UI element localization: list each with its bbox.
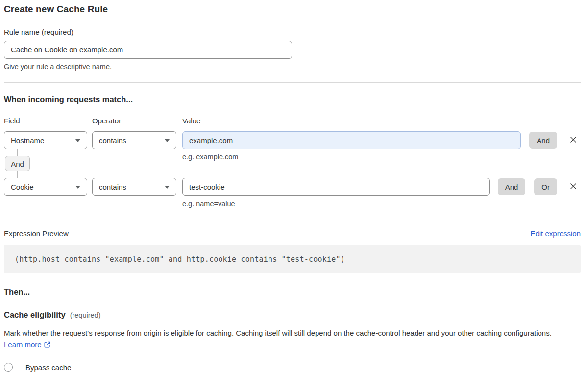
description-text: Mark whether the request’s response from…	[4, 329, 552, 337]
expression-header: Expression Preview Edit expression	[4, 229, 581, 238]
operator-select-1[interactable]: contains	[92, 131, 176, 149]
condition-row-1: Hostname contains And	[4, 131, 581, 149]
required-tag: (required)	[70, 312, 101, 319]
rule-name-input[interactable]	[4, 41, 292, 59]
match-heading: When incoming requests match...	[4, 95, 581, 104]
rule-name-help: Give your rule a descriptive name.	[4, 63, 581, 71]
cache-eligibility-description: Mark whether the request’s response from…	[4, 327, 572, 352]
remove-condition-2-button[interactable]	[569, 183, 578, 192]
and-button-row-2[interactable]: And	[498, 178, 526, 195]
or-button-row-2[interactable]: Or	[534, 178, 557, 195]
value-hint-1: e.g. example.com	[182, 153, 238, 161]
create-cache-rule-page: Create new Cache Rule Rule name (require…	[0, 0, 588, 384]
section-divider	[4, 82, 581, 83]
close-icon	[569, 136, 577, 145]
learn-more-link[interactable]: Learn more	[4, 340, 42, 349]
condition-column-labels: Field Operator Value	[4, 117, 581, 125]
value-hint-2: e.g. name=value	[182, 200, 581, 208]
expression-preview-label: Expression Preview	[4, 229, 69, 238]
rule-name-label: Rule name (required)	[4, 28, 581, 36]
condition-connector-block: e.g. example.com And	[4, 149, 581, 178]
cache-eligibility-heading: Cache eligibility	[4, 311, 66, 320]
external-link-icon	[44, 341, 51, 350]
remove-condition-1-button[interactable]	[569, 136, 578, 145]
value-input-1[interactable]	[182, 131, 521, 149]
operator-column-label: Operator	[92, 117, 182, 125]
field-column-label: Field	[4, 117, 92, 125]
close-icon	[569, 182, 577, 192]
and-button-row-1[interactable]: And	[529, 132, 557, 149]
operator-select-2-value: contains	[99, 183, 126, 191]
connector-and-button[interactable]: And	[5, 156, 30, 171]
expression-code-block: (http.host contains "example.com" and ht…	[4, 245, 581, 273]
cache-eligibility-heading-row: Cache eligibility (required)	[4, 311, 581, 320]
page-title: Create new Cache Rule	[4, 4, 581, 15]
value-input-2[interactable]	[182, 178, 490, 196]
then-heading: Then...	[4, 288, 581, 297]
field-select-1-value: Hostname	[11, 136, 44, 144]
radio-label: Bypass cache	[25, 363, 71, 372]
chevron-down-icon	[165, 139, 170, 142]
expression-code: (http.host contains "example.com" and ht…	[15, 255, 345, 264]
field-select-2-value: Cookie	[11, 183, 34, 191]
field-select-2[interactable]: Cookie	[4, 178, 87, 196]
chevron-down-icon	[75, 186, 80, 189]
condition-row-2: Cookie contains And Or	[4, 178, 581, 196]
chevron-down-icon	[75, 139, 80, 142]
radio-option-bypass-cache[interactable]: Bypass cache	[4, 363, 581, 372]
radio-icon	[4, 363, 13, 372]
operator-select-1-value: contains	[99, 136, 126, 144]
rule-name-section: Rule name (required) Give your rule a de…	[4, 28, 581, 71]
operator-select-2[interactable]: contains	[92, 178, 176, 196]
edit-expression-link[interactable]: Edit expression	[530, 229, 581, 238]
value-column-label: Value	[182, 117, 581, 125]
field-select-1[interactable]: Hostname	[4, 131, 87, 149]
chevron-down-icon	[165, 186, 170, 189]
